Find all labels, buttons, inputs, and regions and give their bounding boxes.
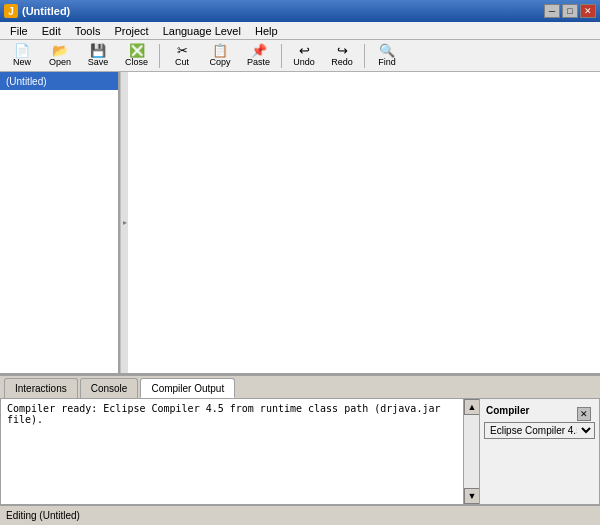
undo-icon: ↩ — [299, 44, 310, 57]
title-bar-left: J (Untitled) — [4, 4, 70, 18]
panel-content: Compiler ready: Eclipse Compiler 4.5 fro… — [0, 398, 600, 505]
file-panel: (Untitled) — [0, 72, 120, 373]
close-file-label: Close — [125, 58, 148, 67]
copy-icon: 📋 — [212, 44, 228, 57]
file-panel-header: (Untitled) — [0, 72, 118, 90]
undo-label: Undo — [293, 58, 315, 67]
tab-compiler-output[interactable]: Compiler Output — [140, 378, 235, 398]
close-file-button[interactable]: ❎ Close — [118, 42, 155, 70]
compiler-select[interactable]: Eclipse Compiler 4.5 — [484, 422, 595, 439]
compiler-title: Compiler — [486, 405, 529, 416]
toolbar: 📄 New 📂 Open 💾 Save ❎ Close ✂ Cut 📋 Copy… — [0, 40, 600, 72]
title-text: (Untitled) — [22, 5, 70, 17]
toolbar-separator-3 — [364, 44, 365, 68]
copy-button[interactable]: 📋 Copy — [202, 42, 238, 70]
scroll-up-button[interactable]: ▲ — [464, 399, 480, 415]
tab-console[interactable]: Console — [80, 378, 139, 398]
menu-project[interactable]: Project — [108, 24, 154, 38]
paste-icon: 📌 — [251, 44, 267, 57]
compiler-header: Compiler ✕ — [484, 403, 595, 418]
menu-file[interactable]: File — [4, 24, 34, 38]
redo-icon: ↪ — [337, 44, 348, 57]
toolbar-separator-2 — [281, 44, 282, 68]
code-editor[interactable] — [128, 72, 600, 373]
maximize-button[interactable]: □ — [562, 4, 578, 18]
cut-button[interactable]: ✂ Cut — [164, 42, 200, 70]
copy-label: Copy — [210, 58, 231, 67]
status-bar: Editing (Untitled) — [0, 505, 600, 525]
main-area: (Untitled) ▸ Interactions Console Compil… — [0, 72, 600, 505]
close-file-icon: ❎ — [129, 44, 145, 57]
new-icon: 📄 — [14, 44, 30, 57]
panel-scrollbar: ▲ ▼ — [463, 399, 479, 504]
tab-interactions[interactable]: Interactions — [4, 378, 78, 398]
compiler-close-button[interactable]: ✕ — [577, 407, 591, 421]
paste-label: Paste — [247, 58, 270, 67]
title-controls: ─ □ ✕ — [544, 4, 596, 18]
redo-label: Redo — [331, 58, 353, 67]
menu-edit[interactable]: Edit — [36, 24, 67, 38]
find-label: Find — [378, 58, 396, 67]
new-button[interactable]: 📄 New — [4, 42, 40, 70]
tab-bar: Interactions Console Compiler Output — [0, 376, 600, 398]
compiler-panel: Compiler ✕ Eclipse Compiler 4.5 — [479, 399, 599, 504]
find-icon: 🔍 — [379, 44, 395, 57]
redo-button[interactable]: ↪ Redo — [324, 42, 360, 70]
menu-language-level[interactable]: Language Level — [157, 24, 247, 38]
cut-icon: ✂ — [177, 44, 188, 57]
save-label: Save — [88, 58, 109, 67]
cut-label: Cut — [175, 58, 189, 67]
app-icon: J — [4, 4, 18, 18]
save-button[interactable]: 💾 Save — [80, 42, 116, 70]
menu-help[interactable]: Help — [249, 24, 284, 38]
menu-tools[interactable]: Tools — [69, 24, 107, 38]
bottom-panel: Interactions Console Compiler Output Com… — [0, 375, 600, 505]
new-label: New — [13, 58, 31, 67]
scroll-track[interactable] — [464, 415, 479, 488]
menu-bar: File Edit Tools Project Language Level H… — [0, 22, 600, 40]
toolbar-separator-1 — [159, 44, 160, 68]
file-panel-resize-handle[interactable]: ▸ — [120, 72, 128, 373]
open-icon: 📂 — [52, 44, 68, 57]
minimize-button[interactable]: ─ — [544, 4, 560, 18]
title-bar: J (Untitled) ─ □ ✕ — [0, 0, 600, 22]
find-button[interactable]: 🔍 Find — [369, 42, 405, 70]
editor-area: (Untitled) ▸ — [0, 72, 600, 375]
file-panel-content — [0, 90, 118, 373]
open-label: Open — [49, 58, 71, 67]
undo-button[interactable]: ↩ Undo — [286, 42, 322, 70]
status-text: Editing (Untitled) — [6, 510, 80, 521]
paste-button[interactable]: 📌 Paste — [240, 42, 277, 70]
close-button[interactable]: ✕ — [580, 4, 596, 18]
scroll-down-button[interactable]: ▼ — [464, 488, 480, 504]
open-button[interactable]: 📂 Open — [42, 42, 78, 70]
save-icon: 💾 — [90, 44, 106, 57]
console-output: Compiler ready: Eclipse Compiler 4.5 fro… — [1, 399, 463, 504]
